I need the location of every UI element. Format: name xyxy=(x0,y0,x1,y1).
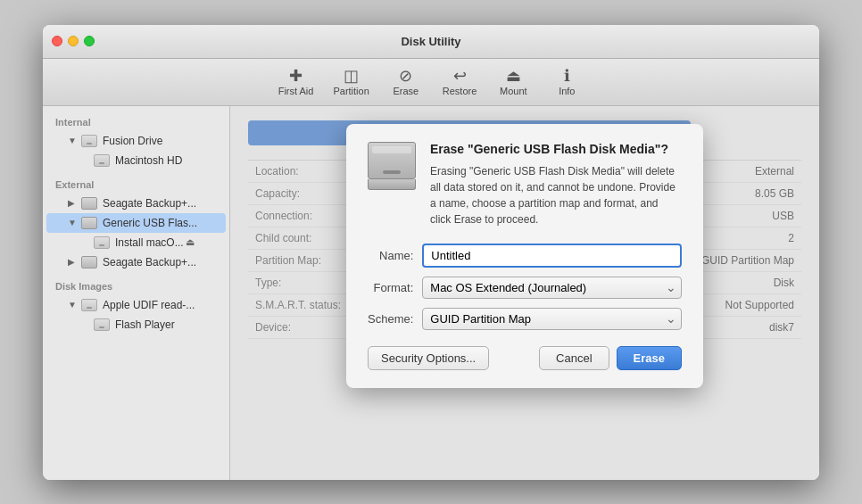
sidebar-section-internal: Internal xyxy=(43,115,229,131)
erase-label: Erase xyxy=(393,86,419,96)
scheme-label: Scheme: xyxy=(368,312,413,326)
first-aid-button[interactable]: ✚ First Aid xyxy=(269,64,323,100)
erase-icon: ⊘ xyxy=(399,68,412,84)
sidebar-item-seagate1[interactable]: ▶ Seagate Backup+... xyxy=(46,194,226,213)
apple-udif-label: Apple UDIF read-... xyxy=(103,299,195,311)
modal-form: Name: Format: Mac OS Extended (Journaled… xyxy=(368,244,682,330)
usb-icon xyxy=(80,196,98,211)
detail-area: Location: External Capacity: 8.05 GB Con… xyxy=(230,106,819,480)
sidebar-item-generic-usb[interactable]: ▼ Generic USB Flas... xyxy=(46,213,226,233)
sidebar: Internal ▼ Fusion Drive Macintosh HD Ext… xyxy=(43,106,230,480)
sidebar-item-install-macos[interactable]: Install macO... ⏏ xyxy=(46,233,226,252)
disk-icon-4 xyxy=(80,298,98,312)
usb-icon-3 xyxy=(80,255,98,269)
window-title: Disk Utility xyxy=(401,35,460,48)
flash-player-label: Flash Player xyxy=(115,318,175,331)
modal-header: Erase "Generic USB Flash Disk Media"? Er… xyxy=(368,142,682,227)
disk-icon-5 xyxy=(93,318,111,332)
disk-icon-3 xyxy=(93,235,111,250)
mount-label: Mount xyxy=(500,86,527,96)
disk-icon xyxy=(80,134,98,148)
modal-overlay: Erase "Generic USB Flash Disk Media"? Er… xyxy=(230,106,819,480)
info-label: Info xyxy=(559,86,575,96)
mount-icon: ⏏ xyxy=(506,68,521,84)
macintosh-hd-label: Macintosh HD xyxy=(115,154,182,167)
name-input[interactable] xyxy=(422,244,682,268)
seagate1-label: Seagate Backup+... xyxy=(103,197,196,210)
titlebar: Disk Utility xyxy=(43,25,819,59)
format-label: Format: xyxy=(368,281,413,294)
restore-button[interactable]: ↩ Restore xyxy=(434,64,486,100)
minimize-button[interactable] xyxy=(68,36,79,46)
toggle-icon-2: ▶ xyxy=(68,198,80,208)
toggle-icon-5: ▼ xyxy=(68,300,80,310)
info-button[interactable]: ℹ Info xyxy=(541,64,593,100)
erase-button[interactable]: ⊘ Erase xyxy=(380,64,432,100)
format-select-wrapper: Mac OS Extended (Journaled) Mac OS Exten… xyxy=(422,277,682,299)
toggle-icon: ▼ xyxy=(68,136,80,145)
sidebar-item-fusion-drive[interactable]: ▼ Fusion Drive xyxy=(46,131,226,151)
modal-buttons: Security Options... Cancel Erase xyxy=(368,346,682,370)
cancel-button[interactable]: Cancel xyxy=(539,346,609,370)
sidebar-item-macintosh-hd[interactable]: Macintosh HD xyxy=(46,151,226,170)
first-aid-icon: ✚ xyxy=(289,68,303,84)
partition-button[interactable]: ◫ Partition xyxy=(324,64,377,100)
disk-icon-2 xyxy=(93,153,111,168)
erase-confirm-button[interactable]: Erase xyxy=(617,346,682,370)
sidebar-item-seagate2[interactable]: ▶ Seagate Backup+... xyxy=(46,252,226,272)
partition-label: Partition xyxy=(333,86,369,96)
restore-icon: ↩ xyxy=(453,68,467,84)
scheme-select[interactable]: GUID Partition Map Master Boot Record Ap… xyxy=(422,308,682,330)
toggle-icon-4: ▶ xyxy=(68,257,80,267)
partition-icon: ◫ xyxy=(344,68,359,84)
restore-label: Restore xyxy=(443,86,477,96)
modal-disk-icon xyxy=(368,142,416,190)
sidebar-item-apple-udif[interactable]: ▼ Apple UDIF read-... xyxy=(46,295,226,315)
traffic-lights xyxy=(52,36,95,46)
toggle-icon-3: ▼ xyxy=(68,218,80,227)
seagate2-label: Seagate Backup+... xyxy=(103,256,196,269)
erase-dialog: Erase "Generic USB Flash Disk Media"? Er… xyxy=(346,124,703,388)
toolbar: ✚ First Aid ◫ Partition ⊘ Erase ↩ Restor… xyxy=(43,59,819,106)
info-icon: ℹ xyxy=(564,68,570,84)
scheme-select-wrapper: GUID Partition Map Master Boot Record Ap… xyxy=(422,308,682,330)
install-macos-label: Install macO... xyxy=(115,236,184,249)
usb-icon-2 xyxy=(80,216,98,230)
fusion-drive-label: Fusion Drive xyxy=(103,135,162,147)
generic-usb-label: Generic USB Flas... xyxy=(103,217,197,229)
maximize-button[interactable] xyxy=(84,36,95,46)
mount-button[interactable]: ⏏ Mount xyxy=(487,64,539,100)
button-group: Cancel Erase xyxy=(539,346,682,370)
security-options-button[interactable]: Security Options... xyxy=(368,346,489,370)
format-select[interactable]: Mac OS Extended (Journaled) Mac OS Exten… xyxy=(422,277,682,299)
close-button[interactable] xyxy=(52,36,62,46)
modal-description: Erasing "Generic USB Flash Disk Media" w… xyxy=(430,163,682,227)
sidebar-section-disk-images: Disk Images xyxy=(43,279,229,295)
modal-title-area: Erase "Generic USB Flash Disk Media"? Er… xyxy=(430,142,682,227)
sidebar-item-flash-player[interactable]: Flash Player xyxy=(46,315,226,335)
first-aid-label: First Aid xyxy=(278,86,314,96)
modal-title: Erase "Generic USB Flash Disk Media"? xyxy=(430,142,682,156)
eject-icon[interactable]: ⏏ xyxy=(186,236,195,248)
main-window: Disk Utility ✚ First Aid ◫ Partition ⊘ E… xyxy=(43,25,819,480)
name-label: Name: xyxy=(368,249,413,262)
main-content: Internal ▼ Fusion Drive Macintosh HD Ext… xyxy=(43,106,819,480)
sidebar-section-external: External xyxy=(43,178,229,194)
